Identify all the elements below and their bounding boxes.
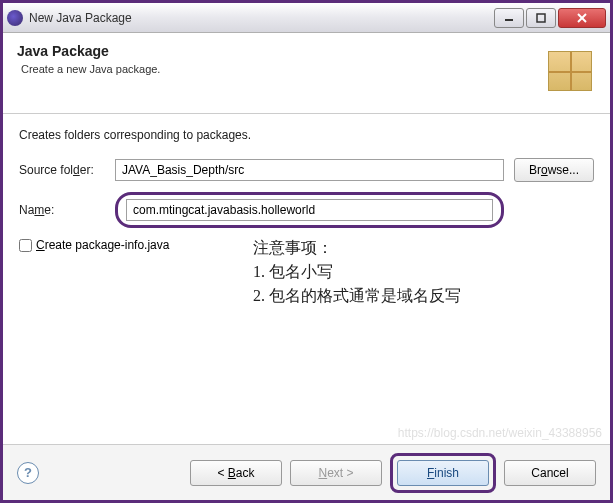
cancel-button[interactable]: Cancel bbox=[504, 460, 596, 486]
finish-button[interactable]: Finish bbox=[397, 460, 489, 486]
close-button[interactable] bbox=[558, 8, 606, 28]
help-icon[interactable]: ? bbox=[17, 462, 39, 484]
package-info-label: Create package-info.java bbox=[36, 238, 169, 252]
note-line-1: 1. 包名小写 bbox=[253, 260, 461, 284]
name-row: Name: bbox=[19, 192, 594, 228]
dialog-footer: ? < Back Next > Finish Cancel bbox=[3, 444, 610, 500]
instruction-text: Creates folders corresponding to package… bbox=[19, 128, 594, 142]
note-line-2: 2. 包名的格式通常是域名反写 bbox=[253, 284, 461, 308]
browse-button[interactable]: Browse... bbox=[514, 158, 594, 182]
note-title: 注意事项： bbox=[253, 236, 461, 260]
titlebar: New Java Package bbox=[3, 3, 610, 33]
maximize-button[interactable] bbox=[526, 8, 556, 28]
annotation-notes: 注意事项： 1. 包名小写 2. 包名的格式通常是域名反写 bbox=[253, 236, 461, 308]
finish-highlight: Finish bbox=[390, 453, 496, 493]
package-info-checkbox[interactable] bbox=[19, 239, 32, 252]
next-button: Next > bbox=[290, 460, 382, 486]
name-highlight bbox=[115, 192, 504, 228]
svg-rect-1 bbox=[537, 14, 545, 22]
back-button[interactable]: < Back bbox=[190, 460, 282, 486]
dialog-content: Creates folders corresponding to package… bbox=[3, 114, 610, 266]
name-label: Name: bbox=[19, 203, 115, 217]
window-title: New Java Package bbox=[29, 11, 492, 25]
eclipse-icon bbox=[7, 10, 23, 26]
source-folder-input[interactable] bbox=[115, 159, 504, 181]
minimize-button[interactable] bbox=[494, 8, 524, 28]
source-folder-row: Source folder: Browse... bbox=[19, 158, 594, 182]
watermark-text: https://blog.csdn.net/weixin_43388956 bbox=[398, 426, 602, 440]
package-icon bbox=[540, 43, 596, 99]
page-description: Create a new Java package. bbox=[21, 63, 540, 75]
dialog-header: Java Package Create a new Java package. bbox=[3, 33, 610, 114]
name-input[interactable] bbox=[126, 199, 493, 221]
source-folder-label: Source folder: bbox=[19, 163, 115, 177]
page-title: Java Package bbox=[17, 43, 540, 59]
